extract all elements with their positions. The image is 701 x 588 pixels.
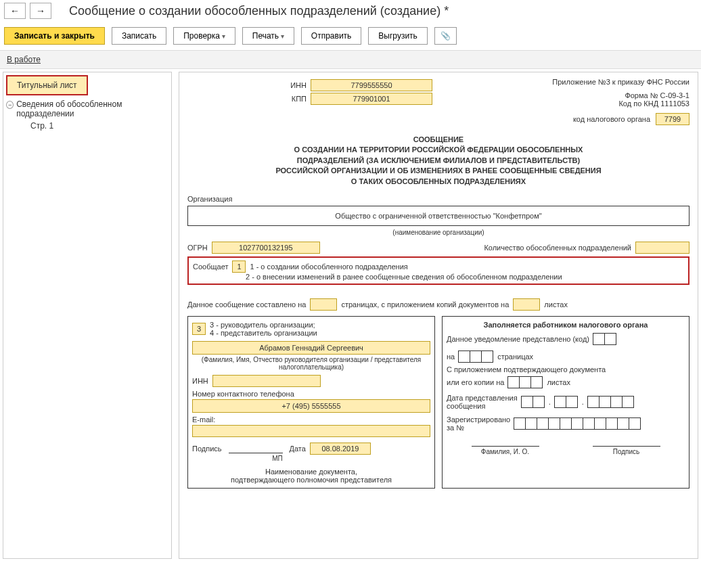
fio-sub: (Фамилия, Имя, Отчество руководителя орг… xyxy=(192,356,430,371)
date-cells-y xyxy=(588,396,634,408)
right-attach-label: С приложением подтверждающего документа xyxy=(447,365,685,374)
pages-cells xyxy=(459,350,493,363)
units-count-label: Количество обособленных подразделений xyxy=(484,244,631,252)
email-field[interactable] xyxy=(192,425,430,437)
pages-line-2: страницах, с приложением копий документо… xyxy=(341,300,509,309)
inn2-field[interactable] xyxy=(212,375,321,387)
presented-code-cells xyxy=(593,333,616,345)
right-sign-line xyxy=(593,437,660,447)
right-column: Заполняется работником налогового органа… xyxy=(442,316,689,489)
right-sheets-label: листах xyxy=(547,378,570,386)
inn2-label: ИНН xyxy=(192,377,208,385)
back-button[interactable]: ← xyxy=(4,3,26,19)
attachment-note: Приложение №3 к приказу ФНС России xyxy=(552,78,689,86)
save-close-button[interactable]: Записать и закрыть xyxy=(4,27,105,45)
date-field[interactable]: 08.08.2019 xyxy=(310,443,371,455)
tree-title-page[interactable]: Титульный лист xyxy=(6,75,88,95)
sign-line xyxy=(229,444,283,453)
ogrn-label: ОГРН xyxy=(187,244,208,252)
inn-label: ИНН xyxy=(282,81,307,89)
doc-confirm: Наименование документа, подтверждающего … xyxy=(192,468,430,484)
document-area: ИНН 7799555550 КПП 779901001 Приложение … xyxy=(179,72,698,559)
tree-details-label: Сведения об обособленном подразделении xyxy=(16,99,168,118)
heading-l1: СООБЩЕНИЕ xyxy=(187,135,689,145)
fio-field[interactable]: Абрамов Геннадий Сергеевич xyxy=(192,341,430,355)
right-sign-label: Подпись xyxy=(590,448,663,455)
form-number: Форма № С-09-3-1 xyxy=(552,91,689,99)
attach-button[interactable]: 📎 xyxy=(434,27,457,45)
phone-label: Номер контактного телефона xyxy=(192,390,430,398)
date-cells-d xyxy=(522,396,545,408)
right-fio-line xyxy=(472,437,539,447)
tax-code-label: код налогового органа xyxy=(573,115,650,123)
pages-count-field[interactable] xyxy=(310,298,337,311)
forward-button[interactable]: → xyxy=(30,3,51,19)
org-label: Организация xyxy=(187,195,689,203)
org-name-field[interactable]: Общество с ограниченной ответственностью… xyxy=(187,206,689,226)
sheets-cells xyxy=(508,376,543,388)
mp-label: МП xyxy=(179,455,430,462)
right-on-label: на xyxy=(447,353,455,361)
org-sub-label: (наименование организации) xyxy=(187,229,689,236)
tree-page-1[interactable]: Стр. 1 xyxy=(6,118,168,133)
reg-cells xyxy=(514,417,641,430)
email-label: E-mail: xyxy=(192,415,430,424)
units-count-field[interactable] xyxy=(635,242,689,254)
right-date-l1: Дата представления xyxy=(447,394,518,402)
pages-line-3: листах xyxy=(544,300,568,309)
reports-frame: Сообщает 1 1 - о создании обособленного … xyxy=(187,256,689,285)
check-button[interactable]: Проверка xyxy=(173,27,235,45)
report-opt1: 1 - о создании обособленного подразделен… xyxy=(250,263,407,271)
right-copy-label: или его копии на xyxy=(447,378,504,386)
doc-confirm-l2: подтверждающего полномочия представителя xyxy=(192,476,430,484)
heading-l4: РОССИЙСКОЙ ОРГАНИЗАЦИИ И ОБ ИЗМЕНЕНИЯХ В… xyxy=(187,166,689,176)
signer-opt4: 4 - представитель организации xyxy=(210,329,317,337)
right-pages-label: страницах xyxy=(497,353,533,361)
reports-label: Сообщает xyxy=(193,263,228,271)
phone-field[interactable]: +7 (495) 5555555 xyxy=(192,399,430,413)
pages-line-1: Данное сообщение составлено на xyxy=(187,300,306,309)
right-reg-l1: Зарегистрировано xyxy=(447,415,510,424)
knd-code: Код по КНД 1111053 xyxy=(552,99,689,108)
date-label: Дата xyxy=(290,445,306,453)
inn-field[interactable]: 7799555550 xyxy=(311,79,432,91)
signer-opt3: 3 - руководитель организации; xyxy=(210,321,317,329)
sidebar: Титульный лист − Сведения об обособленно… xyxy=(3,72,172,559)
collapse-icon[interactable]: − xyxy=(6,101,14,109)
reports-code-field[interactable]: 1 xyxy=(232,261,246,273)
right-date-l2: сообщения xyxy=(447,402,518,410)
left-column: 3 3 - руководитель организации; 4 - пред… xyxy=(187,316,435,489)
heading-l3: ПОДРАЗДЕЛЕНИЙ (ЗА ИСКЛЮЧЕНИЕМ ФИЛИАЛОВ И… xyxy=(187,156,689,166)
heading-l5: О ТАКИХ ОБОСОБЛЕННЫХ ПОДРАЗДЕЛЕНИЯХ xyxy=(187,177,689,187)
right-title: Заполняется работником налогового органа xyxy=(447,321,685,329)
tree-details[interactable]: − Сведения об обособленном подразделении xyxy=(6,99,168,118)
date-cells-m xyxy=(555,396,578,408)
signer-code-field[interactable]: 3 xyxy=(192,323,206,335)
kpp-label: КПП xyxy=(282,95,307,103)
send-button[interactable]: Отправить xyxy=(301,27,362,45)
print-button[interactable]: Печать xyxy=(242,27,294,45)
right-presented-label: Данное уведомление представлено (код) xyxy=(447,335,589,343)
export-button[interactable]: Выгрузить xyxy=(368,27,428,45)
tax-code-field[interactable]: 7799 xyxy=(656,113,689,125)
save-button[interactable]: Записать xyxy=(112,27,166,45)
kpp-field[interactable]: 779901001 xyxy=(311,93,432,105)
report-opt2: 2 - о внесении изменений в ранее сообщен… xyxy=(246,273,684,281)
ogrn-field[interactable]: 1027700132195 xyxy=(212,242,320,254)
page-title: Сообщение о создании обособленных подраз… xyxy=(69,4,449,18)
heading-l2: О СОЗДАНИИ НА ТЕРРИТОРИИ РОССИЙСКОЙ ФЕДЕ… xyxy=(187,145,689,155)
right-reg-l2: за № xyxy=(447,424,510,432)
document-heading: СООБЩЕНИЕ О СОЗДАНИИ НА ТЕРРИТОРИИ РОССИ… xyxy=(187,135,689,187)
right-fio-label: Фамилия, И. О. xyxy=(469,448,542,455)
attach-count-field[interactable] xyxy=(513,298,540,311)
sign-label: Подпись xyxy=(192,445,222,453)
doc-confirm-l1: Наименование документа, xyxy=(192,468,430,476)
status-link[interactable]: В работе xyxy=(7,55,41,64)
